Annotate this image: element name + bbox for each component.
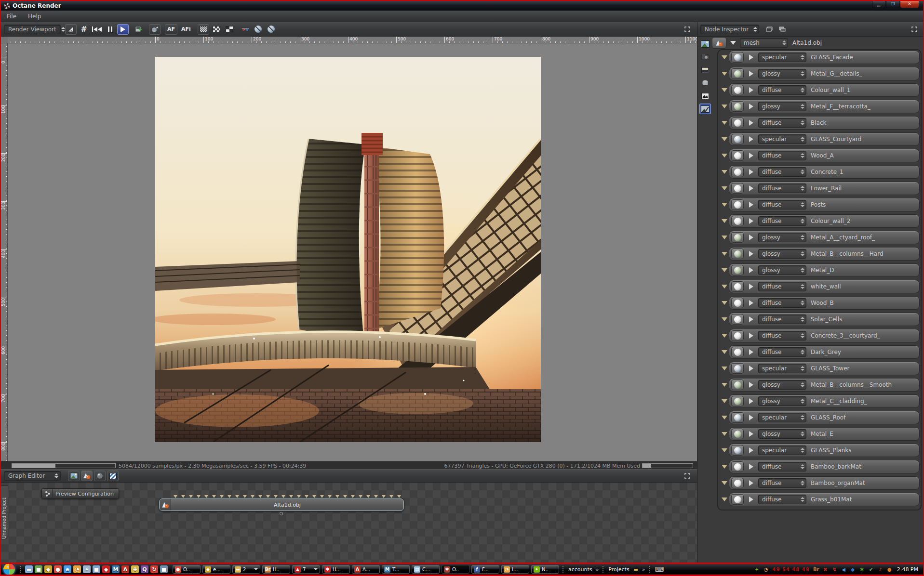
chrome-window[interactable]: ●O..	[173, 565, 201, 574]
expand-arrow-icon[interactable]	[749, 54, 753, 60]
node-pin-icon[interactable]	[328, 495, 332, 498]
material-thumbnail-button[interactable]	[731, 167, 744, 177]
material-type-select[interactable]: glossy	[758, 102, 806, 111]
material-type-select[interactable]: diffuse	[758, 118, 806, 128]
folder-icon[interactable]: ▬	[632, 566, 640, 573]
material-node-bar[interactable]: diffuseBamboo_organMat	[729, 476, 920, 490]
material-thumbnail-button[interactable]	[731, 249, 744, 259]
show-desktop-icon[interactable]: ▬	[25, 565, 33, 573]
render-region-button[interactable]: #	[78, 24, 90, 35]
security-alert-icon[interactable]: ✖	[822, 566, 829, 573]
pass-beauty-button[interactable]	[699, 39, 711, 49]
node-pin-icon[interactable]	[228, 495, 231, 498]
material-node-bar[interactable]: diffuseBamboo_barkMat	[729, 460, 920, 473]
acrobat-window[interactable]: ▲7	[292, 565, 320, 574]
paint-window[interactable]: ✱H...	[322, 565, 350, 574]
material-type-select[interactable]: glossy	[758, 265, 806, 275]
3dsmax-icon[interactable]: M	[112, 565, 120, 573]
node-pin-icon[interactable]	[343, 495, 347, 498]
material-type-select[interactable]: diffuse	[758, 282, 806, 291]
node-pin-icon[interactable]	[197, 495, 201, 498]
material-type-select[interactable]: specular	[758, 134, 806, 144]
material-thumbnail-button[interactable]	[731, 347, 744, 357]
node-pin-icon[interactable]	[312, 495, 316, 498]
node-pin-icon[interactable]	[320, 495, 324, 498]
pass-histogram-button[interactable]	[699, 91, 711, 101]
node-pin-icon[interactable]	[366, 495, 370, 498]
expand-arrow-icon[interactable]	[749, 251, 753, 257]
material-type-select[interactable]: diffuse	[758, 183, 806, 193]
node-pin-icon[interactable]	[189, 495, 193, 498]
expand-arrow-icon[interactable]	[749, 415, 753, 420]
restart-render-button[interactable]	[91, 24, 103, 35]
node-inspector-selector[interactable]: Node Inspector	[700, 25, 759, 34]
material-thumbnail-button[interactable]	[731, 445, 744, 456]
material-thumbnail-button[interactable]	[731, 52, 744, 63]
lock-window[interactable]: ◆e...	[202, 565, 230, 574]
notepad-window[interactable]: ▤C...	[412, 565, 440, 574]
material-type-select[interactable]: glossy	[758, 249, 806, 259]
pick-material-tool-button[interactable]	[65, 24, 77, 35]
node-pin-icon[interactable]	[266, 495, 270, 498]
material-thumbnail-button[interactable]	[731, 396, 744, 406]
expand-arrow-icon[interactable]	[749, 218, 753, 224]
material-thumbnail-button[interactable]	[731, 265, 744, 275]
messenger-icon[interactable]: ◀	[840, 566, 847, 573]
expand-arrow-icon[interactable]	[749, 464, 753, 470]
node-pin-icon[interactable]	[305, 495, 308, 498]
viewport-fullscreen-button[interactable]	[682, 24, 693, 35]
material-node-bar[interactable]: diffusewhite_wall	[729, 280, 920, 293]
nvidia-tray-icon[interactable]: ✦	[753, 566, 761, 573]
material-node-bar[interactable]: diffuseWood_B	[729, 296, 920, 310]
sync-clock-icon[interactable]: ◔	[73, 565, 81, 573]
material-type-select[interactable]: specular	[758, 364, 806, 373]
material-thumbnail-button[interactable]	[731, 461, 744, 472]
alpha-checker-split-button[interactable]	[224, 24, 235, 35]
expand-arrow-icon[interactable]	[749, 366, 753, 371]
expand-arrow-icon[interactable]	[749, 447, 753, 453]
node-pin-icon[interactable]	[212, 495, 216, 498]
material-thumbnail-button[interactable]	[731, 199, 744, 210]
keyboard-layout-icon[interactable]: ⌨	[655, 566, 664, 573]
render-viewport[interactable]	[8, 43, 697, 461]
graph-editor-selector[interactable]: Graph Editor	[4, 471, 61, 481]
material-node-bar[interactable]: diffuseGrass_b01Mat	[729, 493, 920, 506]
project-tab[interactable]: Unnamed Project	[1, 485, 8, 539]
material-node-bar[interactable]: specularGLASS_Facade	[729, 51, 920, 64]
title-bar[interactable]: Octane Render ▁ ❐ ✕	[1, 1, 923, 11]
expand-arrow-icon[interactable]	[749, 235, 753, 240]
material-node-bar[interactable]: diffuseConcrete_3__courtyard_	[729, 329, 920, 342]
expand-arrow-icon[interactable]	[749, 382, 753, 388]
material-type-select[interactable]: diffuse	[758, 331, 806, 340]
refresh-geometry-button[interactable]	[149, 24, 161, 35]
drag-handle[interactable]	[602, 565, 604, 573]
material-type-select[interactable]: specular	[758, 413, 806, 422]
material-node-bar[interactable]: specularGLASS_Planks	[729, 444, 920, 457]
red-swoosh-icon[interactable]: ◆	[102, 565, 110, 573]
graph-editor-canvas[interactable]: Unnamed Project Preview Configuration Al…	[1, 483, 697, 563]
material-type-select[interactable]: diffuse	[758, 298, 806, 308]
pass-camera-button[interactable]	[699, 52, 711, 62]
expand-arrow-icon[interactable]	[749, 267, 753, 273]
collapse-arrow-icon[interactable]	[730, 41, 736, 45]
material-thumbnail-button[interactable]	[731, 412, 744, 423]
material-type-select[interactable]: specular	[758, 445, 806, 455]
folder-group-window[interactable]: ▬2	[232, 565, 260, 574]
material-thumbnail-button[interactable]	[731, 101, 744, 112]
material-node-bar[interactable]: specularGLASS_Roof	[729, 411, 920, 424]
material-thumbnail-button[interactable]	[731, 150, 744, 161]
preview-configuration-button[interactable]: Preview Configuration	[41, 488, 119, 499]
material-node-bar[interactable]: glossyMetal_D	[729, 263, 920, 277]
expand-arrow-icon[interactable]	[749, 497, 753, 502]
material-thumbnail-button[interactable]	[731, 298, 744, 308]
start-button[interactable]	[3, 564, 15, 575]
pause-render-button[interactable]	[104, 24, 116, 35]
time-sync-icon[interactable]: ◔	[763, 566, 770, 573]
bridge-window[interactable]: BrH..	[262, 565, 290, 574]
chevron-icon[interactable]: »	[596, 566, 599, 573]
material-node-bar[interactable]: glossyMetal_G__details_	[729, 67, 920, 80]
chevron-icon[interactable]: »	[642, 566, 645, 573]
material-type-select[interactable]: diffuse	[758, 478, 806, 488]
expand-arrow-icon[interactable]	[749, 104, 753, 109]
material-thumbnail-button[interactable]	[731, 118, 744, 128]
